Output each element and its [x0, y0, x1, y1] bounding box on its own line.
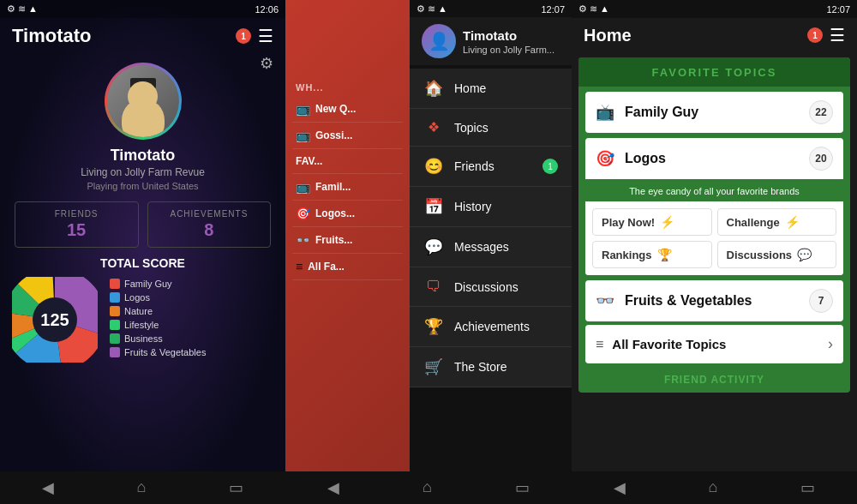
logos-subtitle-text: The eye candy of all your favorite brand… [629, 186, 800, 196]
logos-card-top[interactable]: 🎯 Logos 20 [585, 138, 843, 179]
username: Timotato [111, 147, 176, 165]
menu-label-home: Home [454, 81, 558, 95]
hamburger-icon[interactable]: ☰ [258, 26, 273, 46]
friend-activity-bar: FRIEND ACTIVITY [585, 367, 843, 393]
legend-label-lifestyle: Lifestyle [124, 320, 159, 330]
partial-text-gossi: Gossi... [315, 129, 352, 141]
status-bar-2: ⚙ ≋ ▲ 12:07 [410, 0, 572, 18]
clock-2: 12:07 [541, 4, 565, 15]
panel3-hamburger-icon[interactable]: ☰ [830, 25, 845, 45]
menu-label-topics: Topics [454, 121, 558, 135]
menu-item-store[interactable]: 🛒 The Store [410, 347, 572, 387]
partial-section-label: WH... [292, 75, 403, 96]
menu-item-home[interactable]: 🏠 Home [410, 69, 572, 109]
fruits-name: Fruits & Vegetables [625, 293, 800, 309]
rankings-icon: 🏆 [657, 248, 672, 261]
topic-card-fruits[interactable]: 👓 Fruits & Vegetables 7 [585, 280, 843, 321]
fruits-icon: 👓 [596, 291, 616, 310]
menu-user-avatar: 👤 [422, 24, 456, 58]
back-button-1[interactable]: ◀ [42, 478, 54, 497]
menu-label-discussions: Discussions [454, 280, 558, 294]
panel-menu: WH... 📺 New Q... 📺 Gossi... FAV... 📺 Fam… [285, 0, 572, 504]
avatar-ring [105, 63, 182, 140]
legend-item-logos: Logos [110, 292, 273, 303]
menu-item-messages[interactable]: 💬 Messages [410, 227, 572, 267]
menu-item-achievements[interactable]: 🏆 Achievements [410, 307, 572, 347]
user-location: Playing from United States [87, 181, 198, 191]
back-button-2[interactable]: ◀ [327, 478, 339, 497]
notification-badge[interactable]: 1 [236, 28, 251, 44]
partial-icon-family: 📺 [296, 180, 310, 194]
menu-item-topics[interactable]: ❖ Topics [410, 109, 572, 147]
profile-header: Timotato 1 ☰ [0, 18, 285, 54]
friends-label: FRIENDS [55, 209, 99, 219]
logos-icon: 🎯 [596, 149, 616, 168]
bottom-nav-1: ◀ ⌂ ▭ [0, 471, 285, 504]
partial-item-all: ≡ All Fa... [292, 254, 403, 280]
legend-label-business: Business [124, 333, 163, 344]
messages-icon: 💬 [423, 237, 444, 256]
friends-count: 15 [67, 220, 86, 240]
playnow-button[interactable]: Play Now! ⚡ [592, 208, 712, 236]
fruits-count: 7 [809, 289, 833, 313]
panel3-notification-badge[interactable]: 1 [807, 27, 823, 43]
partial-icon-gossi: 📺 [296, 129, 310, 142]
menu-item-discussions[interactable]: 🗨 Discussions [410, 267, 572, 307]
menu-item-history[interactable]: 📅 History [410, 187, 572, 227]
legend-label-fruits: Fruits & Vegetables [124, 347, 206, 357]
logos-subtitle-bar: The eye candy of all your favorite brand… [585, 179, 843, 201]
rankings-button[interactable]: Rankings 🏆 [592, 241, 712, 268]
home-button-2[interactable]: ⌂ [423, 478, 432, 497]
all-favorite-topics-card[interactable]: ≡ All Favorite Topics › [585, 325, 843, 363]
discussions-button[interactable]: Discussions 💬 [717, 241, 837, 268]
friends-stat[interactable]: FRIENDS 15 [15, 201, 139, 248]
profile-section: ⚙ Timotato Living on Jolly Farm Revue Pl… [0, 54, 285, 248]
friends-badge: 1 [542, 159, 558, 174]
recent-button-3[interactable]: ▭ [800, 478, 815, 497]
topic-card-familyguy[interactable]: 📺 Family Guy 22 [585, 92, 843, 133]
app-title: Timotato [12, 25, 91, 47]
friends-icon: 😊 [423, 157, 444, 176]
home-icon: 🏠 [423, 79, 444, 98]
menu-label-friends: Friends [454, 159, 532, 173]
topics-icon: ❖ [423, 119, 444, 135]
recent-button-2[interactable]: ▭ [515, 478, 530, 497]
recent-button-1[interactable]: ▭ [229, 478, 243, 497]
nav-menu-list: 🏠 Home ❖ Topics 😊 Friends 1 📅 History 💬 … [410, 69, 572, 387]
panel-favorite-topics: ⚙ ≋ ▲ 12:07 Home 1 ☰ FAVORITE TOPICS 📺 F… [572, 0, 857, 504]
menu-username: Timotato [463, 28, 554, 43]
gear-icon[interactable]: ⚙ [260, 54, 273, 73]
discussions-label: Discussions [727, 249, 793, 261]
legend-dot-business [110, 333, 120, 344]
pie-center-score: 125 [40, 310, 69, 330]
challenge-button[interactable]: Challenge ⚡ [717, 208, 837, 236]
menu-item-friends[interactable]: 😊 Friends 1 [410, 147, 572, 187]
status-left-icons-2: ⚙ ≋ ▲ [417, 3, 447, 15]
home-button-1[interactable]: ⌂ [137, 478, 147, 497]
favorite-topics-header: FAVORITE TOPICS [578, 57, 850, 87]
avatar-body [122, 99, 165, 137]
partial-item-family: 📺 Famil... [292, 174, 403, 201]
home-button-3[interactable]: ⌂ [709, 478, 718, 497]
legend-item-fruits: Fruits & Vegetables [110, 347, 273, 357]
header-icons: 1 ☰ [236, 26, 273, 46]
achievements-label: ACHIEVEMENTS [170, 209, 248, 219]
partial-items: WH... 📺 New Q... 📺 Gossi... FAV... 📺 Fam… [285, 75, 410, 280]
legend-item-nature: Nature [110, 306, 273, 316]
legend-dot-lifestyle [110, 320, 120, 330]
friend-activity-label: FRIEND ACTIVITY [596, 374, 833, 386]
discussions-icon: 💬 [797, 248, 812, 261]
back-button-3[interactable]: ◀ [614, 478, 626, 497]
playnow-icon: ⚡ [660, 215, 674, 229]
clock-3: 12:07 [826, 4, 850, 15]
menu-user-subtitle: Living on Jolly Farm... [463, 45, 554, 55]
logos-count: 20 [809, 147, 833, 171]
all-favorite-topics-label: All Favorite Topics [612, 337, 819, 351]
menu-user-info: Timotato Living on Jolly Farm... [463, 28, 554, 55]
panel3-header-icons: 1 ☰ [807, 25, 845, 45]
partial-icon-all: ≡ [296, 260, 303, 273]
legend-dot-nature [110, 306, 120, 316]
store-icon: 🛒 [423, 357, 444, 376]
avatar [107, 65, 179, 137]
achievements-stat[interactable]: ACHIEVEMENTS 8 [147, 201, 272, 248]
